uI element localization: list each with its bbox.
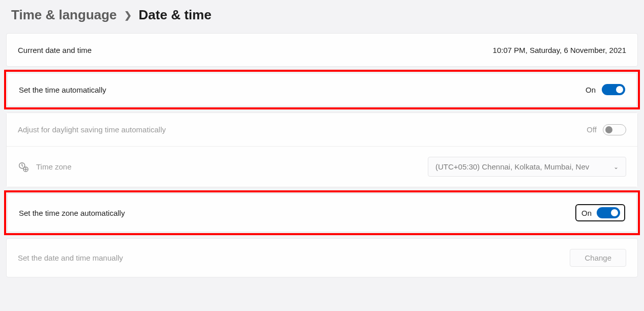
current-datetime-row: Current date and time 10:07 PM, Saturday… <box>6 33 638 67</box>
timezone-selected-value: (UTC+05:30) Chennai, Kolkata, Mumbai, Ne… <box>435 162 589 171</box>
timezone-row: Time zone (UTC+05:30) Chennai, Kolkata, … <box>7 147 637 187</box>
auto-timezone-toggle[interactable] <box>597 207 620 218</box>
auto-time-state: On <box>586 86 596 94</box>
auto-timezone-row: Set the time zone automatically On <box>7 193 637 232</box>
current-datetime-value: 10:07 PM, Saturday, 6 November, 2021 <box>493 46 626 54</box>
timezone-label: Time zone <box>36 162 71 171</box>
auto-time-label: Set the time automatically <box>19 86 106 94</box>
change-button: Change <box>570 249 626 267</box>
manual-row: Set the date and time manually Change <box>6 238 638 277</box>
auto-time-toggle[interactable] <box>602 84 625 95</box>
highlight-auto-time: Set the time automatically On <box>4 70 640 109</box>
dst-timezone-group: Adjust for daylight saving time automati… <box>6 112 638 187</box>
chevron-right-icon: ❯ <box>124 10 132 21</box>
auto-time-row: Set the time automatically On <box>7 73 637 106</box>
highlight-auto-timezone: Set the time zone automatically On <box>4 190 640 235</box>
dst-row: Adjust for daylight saving time automati… <box>7 113 637 147</box>
dst-control: Off <box>587 124 626 135</box>
dst-label: Adjust for daylight saving time automati… <box>18 125 166 134</box>
timezone-select: (UTC+05:30) Chennai, Kolkata, Mumbai, Ne… <box>428 157 626 177</box>
current-datetime-label: Current date and time <box>18 46 92 54</box>
breadcrumb-parent[interactable]: Time & language <box>11 7 117 23</box>
auto-timezone-state: On <box>581 209 592 217</box>
dst-state: Off <box>587 125 597 134</box>
auto-timezone-label: Set the time zone automatically <box>19 209 125 217</box>
breadcrumb: Time & language ❯ Date & time <box>0 0 644 33</box>
breadcrumb-current: Date & time <box>139 7 212 23</box>
globe-clock-icon <box>18 161 29 173</box>
chevron-down-icon: ⌄ <box>613 163 619 171</box>
manual-label: Set the date and time manually <box>18 253 123 262</box>
dst-toggle <box>603 124 626 135</box>
auto-time-control: On <box>586 84 625 95</box>
auto-timezone-focus: On <box>575 204 625 221</box>
